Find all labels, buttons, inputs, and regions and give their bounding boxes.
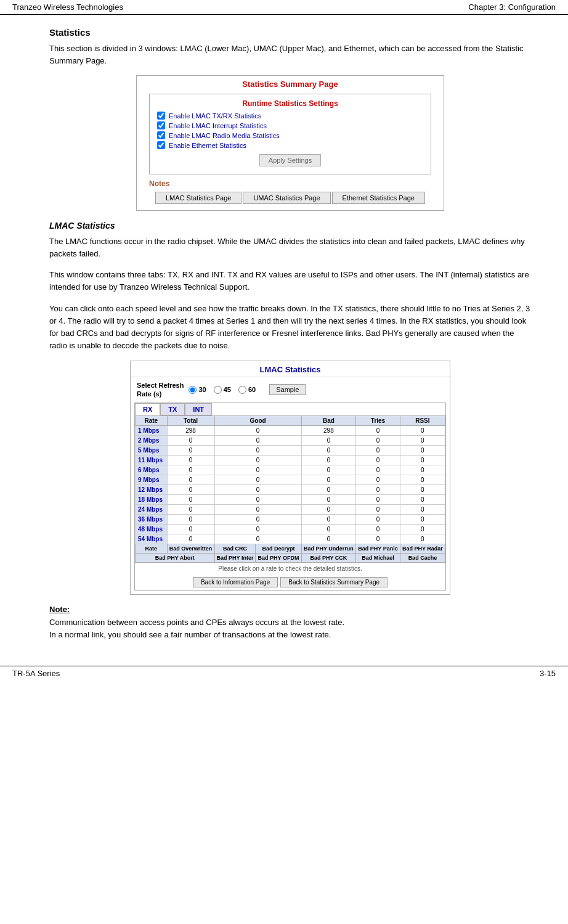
note-title: Note: [49, 605, 531, 614]
total-cell: 0 [167, 465, 214, 475]
checkbox-ethernet[interactable]: Enable Ethernet Statistics [157, 141, 423, 149]
radio-60[interactable]: 60 [238, 386, 256, 394]
lmac-interrupt-label: Enable LMAC Interrupt Statistics [169, 122, 267, 129]
checkbox-lmac-interrupt[interactable]: Enable LMAC Interrupt Statistics [157, 121, 423, 129]
radio-30-input[interactable] [189, 386, 197, 394]
bad-cell: 298 [301, 425, 356, 435]
rate-cell[interactable]: 5 Mbps [136, 445, 168, 455]
bad-cell: 0 [301, 435, 356, 445]
tries-cell: 0 [356, 534, 400, 544]
table-row[interactable]: 11 Mbps 0 0 0 0 0 [136, 455, 445, 465]
lmac-widget: LMAC Statistics Select RefreshRate (s) 3… [130, 361, 450, 595]
lmac-widget-title: LMAC Statistics [131, 361, 450, 377]
rate-cell[interactable]: 11 Mbps [136, 455, 168, 465]
footer-right: 3-15 [540, 669, 556, 678]
table-row[interactable]: 6 Mbps 0 0 0 0 0 [136, 465, 445, 475]
checkbox-lmac-txrx[interactable]: Enable LMAC TX/RX Statistics [157, 112, 423, 120]
total-cell: 0 [167, 435, 214, 445]
tab-rx[interactable]: RX [135, 403, 160, 415]
table-row[interactable]: 24 Mbps 0 0 0 0 0 [136, 504, 445, 514]
umac-statistics-page-button[interactable]: UMAC Statistics Page [243, 192, 330, 204]
good-cell: 0 [214, 435, 301, 445]
lmac-para1: The LMAC functions occur in the radio ch… [49, 235, 531, 260]
radio-45[interactable]: 45 [214, 386, 231, 394]
lmac-radio-label: Enable LMAC Radio Media Statistics [169, 132, 280, 139]
ethernet-label: Enable Ethernet Statistics [169, 142, 246, 149]
lmac-radio-checkbox[interactable] [157, 131, 165, 139]
page-footer: TR-5A Series 3-15 [0, 666, 568, 681]
rate-cell[interactable]: 54 Mbps [136, 534, 168, 544]
sample-button[interactable]: Sample [269, 384, 306, 395]
lmac-para2: This window contains three tabs: TX, RX … [49, 269, 531, 293]
section-title: Statistics [49, 27, 531, 38]
rate-cell[interactable]: 36 Mbps [136, 514, 168, 524]
table-row[interactable]: 9 Mbps 0 0 0 0 0 [136, 475, 445, 484]
note-line2: In a normal link, you should see a fair … [49, 629, 531, 641]
header-left: Tranzeo Wireless Technologies [12, 2, 123, 12]
rate-cell[interactable]: 9 Mbps [136, 475, 168, 484]
bad-michael: Bad Michael [356, 553, 400, 562]
radio-45-input[interactable] [214, 386, 222, 394]
table-row[interactable]: 12 Mbps 0 0 0 0 0 [136, 484, 445, 494]
bad-phy-panic: Bad PHY Panic [356, 544, 400, 553]
bad-cache: Bad Cache [400, 553, 445, 562]
radio-30[interactable]: 30 [189, 386, 206, 394]
rate-cell[interactable]: 1 Mbps [136, 425, 168, 435]
good-cell: 0 [214, 445, 301, 455]
lmac-interrupt-checkbox[interactable] [157, 121, 165, 129]
back-to-info-button[interactable]: Back to Information Page [193, 577, 278, 587]
col-bad: Bad [301, 415, 356, 425]
header-right: Chapter 3: Configuration [468, 2, 556, 12]
rate-cell[interactable]: 24 Mbps [136, 504, 168, 514]
ethernet-statistics-page-button[interactable]: Ethernet Statistics Page [332, 192, 425, 204]
rate-cell[interactable]: 12 Mbps [136, 484, 168, 494]
table-row[interactable]: 36 Mbps 0 0 0 0 0 [136, 514, 445, 524]
bad-phy-ofdm: Bad PHY OFDM [256, 553, 301, 562]
bad-phy-cck: Bad PHY CCK [301, 553, 356, 562]
lmac-statistics-page-button[interactable]: LMAC Statistics Page [155, 192, 241, 204]
rate-cell[interactable]: 48 Mbps [136, 524, 168, 534]
table-row[interactable]: 2 Mbps 0 0 0 0 0 [136, 435, 445, 445]
table-row[interactable]: 54 Mbps 0 0 0 0 0 [136, 534, 445, 544]
lmac-table-area: RX TX INT Rate Total Good Bad Tries RSSI [134, 403, 446, 591]
bad-cell: 0 [301, 534, 356, 544]
rate-cell[interactable]: 18 Mbps [136, 494, 168, 504]
tries-cell: 0 [356, 494, 400, 504]
good-cell: 0 [214, 494, 301, 504]
rate-cell[interactable]: 2 Mbps [136, 435, 168, 445]
refresh-row: Select RefreshRate (s) 30 45 60 Sample [131, 377, 450, 403]
bad-cell: 0 [301, 504, 356, 514]
table-row[interactable]: 5 Mbps 0 0 0 0 0 [136, 445, 445, 455]
tab-int[interactable]: INT [185, 403, 212, 415]
bad-cell: 0 [301, 494, 356, 504]
lmac-txrx-checkbox[interactable] [157, 112, 165, 120]
rssi-cell: 0 [400, 504, 445, 514]
tries-cell: 0 [356, 445, 400, 455]
bad-rate-label: Rate [136, 544, 168, 553]
bad-cell: 0 [301, 484, 356, 494]
radio-60-input[interactable] [238, 386, 246, 394]
tab-tx[interactable]: TX [160, 403, 185, 415]
table-row[interactable]: 18 Mbps 0 0 0 0 0 [136, 494, 445, 504]
good-cell: 0 [214, 475, 301, 484]
rssi-cell: 0 [400, 455, 445, 465]
good-cell: 0 [214, 504, 301, 514]
bad-phy-inter: Bad PHY Inter [214, 553, 256, 562]
total-cell: 0 [167, 455, 214, 465]
col-good: Good [214, 415, 301, 425]
checkbox-lmac-radio[interactable]: Enable LMAC Radio Media Statistics [157, 131, 423, 139]
back-to-summary-button[interactable]: Back to Statistics Summary Page [280, 577, 387, 587]
apply-settings-button[interactable]: Apply Settings [259, 154, 321, 166]
rssi-cell: 0 [400, 435, 445, 445]
bad-crc: Bad CRC [214, 544, 256, 553]
ethernet-checkbox[interactable] [157, 141, 165, 149]
rssi-cell: 0 [400, 425, 445, 435]
tries-cell: 0 [356, 504, 400, 514]
page-header: Tranzeo Wireless Technologies Chapter 3:… [0, 0, 568, 15]
bad-row-2: Bad PHY Abort Bad PHY Inter Bad PHY OFDM… [136, 553, 445, 562]
total-cell: 0 [167, 534, 214, 544]
table-header-row: Rate Total Good Bad Tries RSSI [136, 415, 445, 425]
rate-cell[interactable]: 6 Mbps [136, 465, 168, 475]
table-row[interactable]: 48 Mbps 0 0 0 0 0 [136, 524, 445, 534]
table-row[interactable]: 1 Mbps 298 0 298 0 0 [136, 425, 445, 435]
